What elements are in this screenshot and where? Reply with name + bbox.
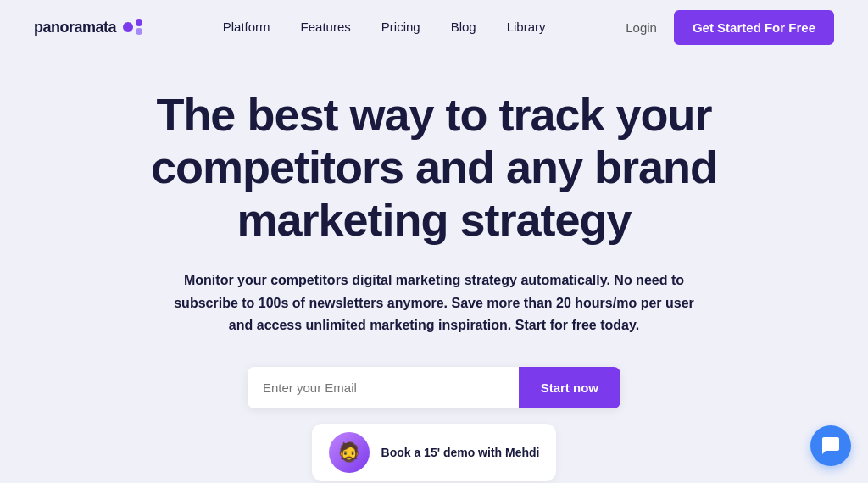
chat-bubble-button[interactable]	[810, 425, 851, 466]
logo-icon	[123, 19, 142, 35]
hero-section: The best way to track your competitors a…	[0, 54, 868, 483]
demo-avatar: 🧔	[329, 432, 370, 473]
email-input[interactable]	[248, 367, 519, 408]
email-form: Start now	[248, 367, 620, 408]
demo-card[interactable]: 🧔 Book a 15' demo with Mehdi	[312, 424, 557, 481]
logo-dot-top	[136, 19, 142, 26]
demo-text: Book a 15' demo with Mehdi	[381, 446, 540, 459]
logo-link[interactable]: panoramata	[34, 19, 142, 36]
logo-dot-bottom	[136, 28, 142, 35]
nav-item-blog[interactable]: Blog	[451, 19, 476, 34]
nav-item-features[interactable]: Features	[301, 19, 351, 34]
login-link[interactable]: Login	[626, 20, 657, 35]
logo-text: panoramata	[34, 19, 116, 36]
start-now-button[interactable]: Start now	[519, 367, 620, 408]
avatar-emoji: 🧔	[337, 441, 360, 464]
nav-links: Platform Features Pricing Blog Library	[223, 19, 546, 35]
chat-icon	[821, 436, 841, 456]
get-started-button[interactable]: Get Started For Free	[674, 10, 834, 45]
nav-item-library[interactable]: Library	[507, 19, 546, 34]
nav-actions: Login Get Started For Free	[626, 10, 834, 45]
logo-dot-large	[123, 22, 133, 32]
nav-item-platform[interactable]: Platform	[223, 19, 270, 34]
logo-dot-cluster	[136, 19, 142, 35]
navbar: panoramata Platform Features Pricing Blo…	[0, 0, 868, 54]
nav-item-pricing[interactable]: Pricing	[381, 19, 420, 34]
hero-subtitle: Monitor your competitors digital marketi…	[171, 269, 697, 336]
hero-title: The best way to track your competitors a…	[136, 88, 732, 246]
